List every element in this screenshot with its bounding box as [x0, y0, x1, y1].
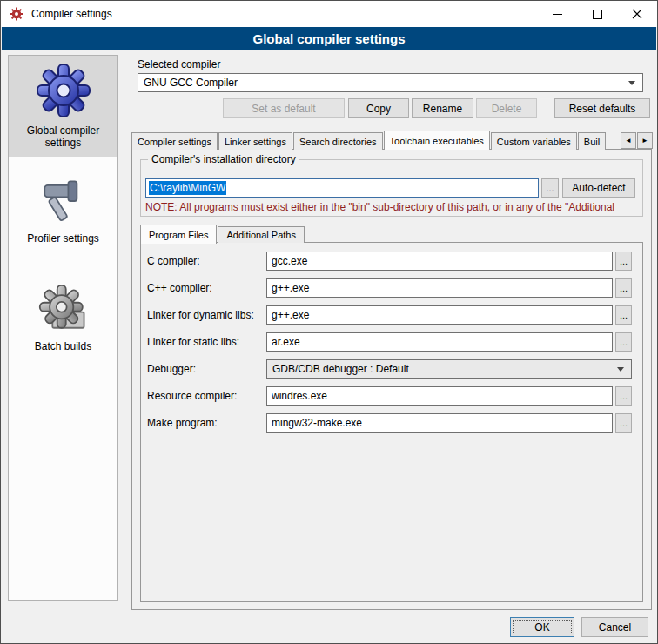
- linker-dynamic-input[interactable]: [266, 305, 613, 325]
- set-as-default-button[interactable]: Set as default: [223, 98, 345, 118]
- installation-directory-group-label: Compiler's installation directory: [148, 153, 299, 165]
- resource-compiler-label: Resource compiler:: [147, 390, 266, 402]
- debugger-label: Debugger:: [147, 363, 266, 375]
- make-program-label: Make program:: [147, 417, 266, 429]
- maximize-button[interactable]: [577, 1, 617, 27]
- selected-compiler-value: GNU GCC Compiler: [144, 77, 238, 89]
- resource-compiler-browse-button[interactable]: ...: [615, 386, 632, 406]
- tab-toolchain-executables[interactable]: Toolchain executables: [384, 131, 490, 150]
- make-program-input[interactable]: [266, 413, 613, 433]
- resource-compiler-row: Resource compiler: ...: [147, 386, 632, 406]
- tab-compiler-settings[interactable]: Compiler settings: [131, 132, 218, 150]
- tab-strip: Compiler settings Linker settings Search…: [131, 131, 621, 150]
- cpp-compiler-input[interactable]: [266, 278, 613, 298]
- tab-linker-settings[interactable]: Linker settings: [218, 132, 292, 150]
- make-program-row: Make program: ...: [147, 413, 632, 433]
- linker-static-label: Linker for static libs:: [147, 336, 266, 348]
- gear-stack-icon: [10, 284, 116, 334]
- chevron-down-icon: [617, 367, 624, 372]
- window-icon: [10, 7, 24, 21]
- sidebar-item-label: Batch builds: [10, 340, 116, 352]
- tab-additional-paths[interactable]: Additional Paths: [218, 226, 305, 243]
- browse-directory-button[interactable]: ...: [541, 178, 559, 198]
- c-compiler-label: C compiler:: [147, 255, 266, 267]
- resource-compiler-input[interactable]: [266, 386, 613, 406]
- debugger-value: GDB/CDB debugger : Default: [272, 363, 409, 375]
- tab-search-directories[interactable]: Search directories: [293, 132, 383, 150]
- selected-compiler-dropdown[interactable]: GNU GCC Compiler: [138, 73, 643, 92]
- linker-static-input[interactable]: [266, 332, 613, 352]
- sidebar-item-batch-builds[interactable]: Batch builds: [9, 277, 118, 360]
- close-icon: [632, 9, 642, 19]
- compiler-settings-window: Compiler settings Global compiler settin…: [0, 0, 658, 644]
- hammer-icon: [10, 176, 116, 226]
- close-button[interactable]: [617, 1, 657, 27]
- delete-button[interactable]: Delete: [476, 98, 537, 118]
- minimize-button[interactable]: [537, 1, 577, 27]
- window-title: Compiler settings: [31, 8, 112, 20]
- rename-button[interactable]: Rename: [412, 98, 473, 118]
- tab-scroll-left-button[interactable]: ◄: [621, 132, 636, 149]
- note-text: NOTE: All programs must exist either in …: [145, 201, 639, 213]
- gear-icon: [10, 63, 116, 118]
- cpp-compiler-row: C++ compiler: ...: [147, 278, 632, 298]
- cpp-compiler-label: C++ compiler:: [147, 282, 266, 294]
- subtab-strip: Program Files Additional Paths: [140, 225, 306, 243]
- sidebar-item-label: Global compiler settings: [10, 124, 116, 149]
- sidebar-item-label: Profiler settings: [10, 232, 116, 245]
- sidebar-item-profiler-settings[interactable]: Profiler settings: [9, 169, 118, 252]
- tab-custom-variables[interactable]: Custom variables: [491, 132, 577, 150]
- cancel-button[interactable]: Cancel: [581, 617, 648, 637]
- linker-dynamic-label: Linker for dynamic libs:: [147, 309, 266, 321]
- ok-button[interactable]: OK: [510, 617, 574, 637]
- linker-static-browse-button[interactable]: ...: [615, 332, 632, 352]
- sidebar: Global compiler settings Profiler settin…: [8, 55, 118, 601]
- tab-scroll-controls: ◄ ►: [621, 132, 653, 149]
- maximize-icon: [593, 10, 602, 19]
- chevron-down-icon: [628, 81, 635, 85]
- tab-build-options[interactable]: Buil: [578, 132, 606, 150]
- window-controls: [537, 1, 657, 27]
- c-compiler-browse-button[interactable]: ...: [615, 252, 632, 271]
- installation-directory-input[interactable]: C:\raylib\MinGW: [145, 178, 539, 198]
- tab-scroll-right-button[interactable]: ►: [637, 132, 653, 149]
- tab-program-files[interactable]: Program Files: [140, 225, 217, 244]
- copy-button[interactable]: Copy: [348, 98, 409, 118]
- c-compiler-input[interactable]: [266, 252, 613, 271]
- sidebar-item-global-compiler-settings[interactable]: Global compiler settings: [9, 56, 118, 157]
- linker-dynamic-row: Linker for dynamic libs: ...: [147, 305, 632, 325]
- linker-dynamic-browse-button[interactable]: ...: [615, 305, 632, 325]
- debugger-row: Debugger: GDB/CDB debugger : Default: [147, 359, 632, 379]
- debugger-dropdown[interactable]: GDB/CDB debugger : Default: [266, 359, 632, 379]
- titlebar: Compiler settings: [1, 1, 657, 27]
- c-compiler-row: C compiler: ...: [147, 252, 632, 271]
- selected-compiler-label: Selected compiler: [138, 58, 220, 70]
- page-title: Global compiler settings: [2, 27, 656, 50]
- cpp-compiler-browse-button[interactable]: ...: [615, 278, 632, 298]
- make-program-browse-button[interactable]: ...: [615, 413, 632, 433]
- reset-defaults-button[interactable]: Reset defaults: [554, 98, 650, 118]
- minimize-icon: [553, 10, 562, 19]
- installation-directory-value: C:\raylib\MinGW: [149, 181, 226, 195]
- auto-detect-button[interactable]: Auto-detect: [562, 178, 635, 198]
- linker-static-row: Linker for static libs: ...: [147, 332, 632, 352]
